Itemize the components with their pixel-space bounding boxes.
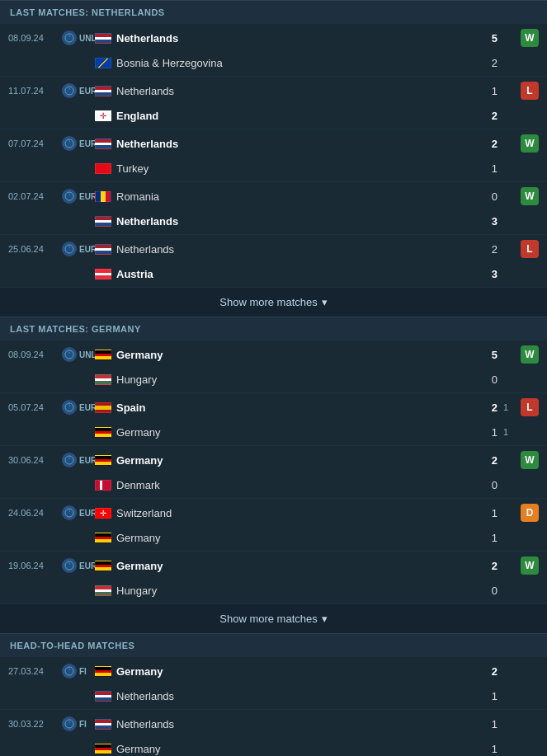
match-row: 30.03.22FINetherlands1 (0, 710, 547, 736)
competition-icon (62, 242, 77, 256)
team-flag (95, 139, 111, 149)
team-name: Netherlands (116, 85, 174, 97)
match-pair: 30.06.24EURGermany2WDenmark0 (0, 446, 547, 499)
result-badge: W (521, 556, 539, 575)
match-pair: 24.06.24EURSwitzerland1DGermany1 (0, 499, 547, 552)
competition-icon (62, 83, 77, 98)
competition-label: EUR (79, 192, 97, 201)
match-score: 2 (473, 110, 497, 122)
match-row: Turkey1 (0, 156, 547, 181)
match-score: 1 (473, 507, 497, 519)
team-name: Netherlands (116, 690, 174, 702)
result-badge-placeholder (521, 476, 539, 494)
result-badge-placeholder (521, 212, 539, 230)
team-info: England (95, 110, 473, 122)
show-more-button[interactable]: Show more matches▾ (0, 604, 547, 633)
competition-label: EUR (79, 561, 97, 571)
match-pair: 08.09.24UNLNetherlands5WBosnia & Herzego… (0, 24, 547, 77)
match-row: 19.06.24EURGermany2W (0, 552, 547, 578)
match-row: 25.06.24EURNetherlands2L (0, 235, 547, 261)
match-competition: EUR (62, 558, 95, 573)
competition-icon (62, 400, 77, 415)
competition-label: EUR (79, 87, 97, 96)
team-info: Hungary (95, 373, 473, 386)
result-badge-placeholder (521, 528, 539, 547)
match-competition: EUR (62, 136, 95, 151)
match-competition: EUR (62, 83, 95, 98)
team-info: Netherlands (95, 243, 473, 256)
result-badge-placeholder (521, 581, 539, 599)
match-score: 3 (473, 268, 497, 280)
result-badge-placeholder (521, 106, 539, 124)
match-pair: 19.06.24EURGermany2WHungary0 (0, 552, 547, 604)
competition-icon (62, 136, 77, 151)
competition-icon (62, 189, 77, 204)
match-score: 2 (473, 57, 497, 69)
result-badge-placeholder (521, 740, 539, 756)
team-name: Germany (116, 349, 163, 361)
result-badge-placeholder (521, 54, 539, 72)
match-pair: 02.07.24EURRomania0WNetherlands3 (0, 182, 547, 235)
team-info: Hungary (95, 585, 473, 597)
match-row: 24.06.24EURSwitzerland1D (0, 499, 547, 525)
team-info: Austria (95, 268, 473, 280)
match-competition: EUR (62, 505, 95, 520)
match-row: Netherlands1 (0, 683, 547, 709)
match-score: 1 (473, 162, 497, 175)
match-score: 5 (473, 32, 497, 45)
match-row: Hungary0 (0, 578, 547, 603)
team-name: England (116, 110, 158, 122)
section-header-h2h: HEAD-TO-HEAD MATCHES (0, 633, 547, 657)
extra-score: 1 (497, 402, 514, 412)
match-row: 30.06.24EURGermany2W (0, 446, 547, 472)
team-info: Germany (95, 560, 473, 572)
team-flag (95, 33, 111, 44)
team-flag (95, 244, 111, 255)
team-name: Hungary (116, 373, 157, 386)
chevron-down-icon: ▾ (322, 296, 328, 308)
result-badge-placeholder (521, 159, 539, 177)
match-date: 24.06.24 (8, 508, 62, 518)
match-pair: 11.07.24EURNetherlands1LEngland2 (0, 77, 547, 129)
team-name: Netherlands (116, 138, 178, 150)
match-competition: EUR (62, 242, 95, 256)
competition-icon (62, 31, 77, 45)
result-badge-placeholder (521, 265, 539, 283)
team-name: Austria (116, 268, 153, 280)
team-flag (95, 427, 111, 438)
team-info: Germany (95, 532, 473, 544)
team-flag (95, 719, 111, 730)
team-flag (95, 110, 111, 121)
team-name: Germany (116, 665, 163, 678)
team-name: Germany (116, 454, 163, 467)
match-competition: EUR (62, 453, 95, 467)
match-date: 08.09.24 (8, 350, 62, 359)
show-more-button[interactable]: Show more matches▾ (0, 288, 547, 317)
competition-icon (62, 664, 77, 679)
team-info: Germany (95, 426, 473, 439)
match-score: 0 (473, 479, 497, 491)
section-header-germany: LAST MATCHES: GERMANY (0, 317, 547, 340)
competition-label: FI (79, 720, 87, 729)
competition-label: EUR (79, 139, 97, 148)
team-info: Turkey (95, 162, 473, 175)
match-row: 08.09.24UNLNetherlands5W (0, 24, 547, 50)
team-flag (95, 691, 111, 702)
result-badge: L (521, 398, 539, 416)
team-name: Germany (116, 743, 160, 755)
match-row: Germany1 (0, 525, 547, 551)
competition-icon (62, 347, 77, 362)
competition-label: UNL (79, 350, 97, 359)
page-container: LAST MATCHES: NETHERLANDS08.09.24UNLNeth… (0, 0, 547, 756)
competition-icon (62, 453, 77, 467)
team-info: Netherlands (95, 690, 473, 702)
team-flag (95, 374, 111, 385)
match-score: 1 (473, 718, 497, 730)
result-badge: L (521, 82, 539, 100)
team-flag (95, 666, 111, 677)
match-score: 0 (473, 190, 497, 203)
team-name: Denmark (116, 479, 160, 491)
match-date: 05.07.24 (8, 402, 62, 412)
match-score: 2 (473, 454, 497, 467)
match-competition: EUR (62, 400, 95, 415)
